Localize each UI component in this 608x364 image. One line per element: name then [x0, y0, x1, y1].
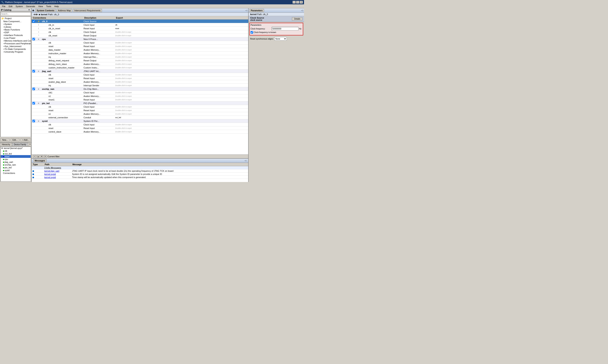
clock-freq-input[interactable] — [272, 27, 298, 30]
row-cpu-irq[interactable]: irq Interrupt Rec... Double-click to exp… — [32, 55, 248, 59]
h-item-reset[interactable]: reset — [0, 155, 31, 158]
tree-item-library[interactable]: +Library — [1, 26, 30, 28]
edit-component-btn[interactable]: Edit... — [11, 138, 19, 142]
row-onchip-reset1[interactable]: reset1 Reset Input Double-click to expor — [32, 98, 248, 102]
clock-freq-fixed-checkbox[interactable] — [251, 31, 253, 34]
up-filter-btn[interactable]: ▲ — [37, 155, 40, 158]
row-pio-clk[interactable]: clk Clock Input Double-click to expor — [32, 105, 248, 109]
clk0-checkbox[interactable] — [32, 20, 35, 23]
row-cpu-reset[interactable]: reset Reset Input Double-click to expor — [32, 44, 248, 48]
menu-system[interactable]: System — [14, 5, 25, 8]
jtag-checkbox[interactable] — [32, 70, 35, 72]
tab-address-map[interactable]: Address Map — [57, 9, 72, 12]
details-btn[interactable]: Details — [292, 17, 303, 21]
menu-tools[interactable]: Tools — [44, 5, 53, 8]
ip-search-input[interactable] — [0, 12, 31, 16]
tree-item-sys-interconnect[interactable]: +Sys_Interconnect — [1, 45, 30, 48]
tree-item-basic[interactable]: +Basic Functions — [1, 28, 30, 31]
msg-row-3[interactable]: kernel.sysid Time stamp will be automati… — [32, 176, 248, 179]
ip-catalog-close[interactable]: ✕ — [28, 9, 30, 11]
menu-help[interactable]: Help — [53, 5, 61, 8]
minimize-btn[interactable]: ─ — [292, 1, 296, 4]
pio-checkbox[interactable] — [32, 102, 35, 104]
msg-path-2[interactable]: kernel.sysid — [43, 173, 71, 175]
sysid-checkbox[interactable] — [32, 120, 35, 122]
row-cpu-custom-instr[interactable]: custom_instruction_master Custom Instru.… — [32, 66, 248, 69]
row-pio-s1[interactable]: s1 Avalon Memory... Double-click to expo… — [32, 112, 248, 116]
device-family-tab[interactable]: Device Family — [12, 143, 28, 146]
h-item-kernel[interactable]: ▼ kernel [kernel.qsys* — [0, 147, 31, 150]
row-clk-in[interactable]: ┤ clk_in Clock Input clk — [32, 23, 248, 27]
clk-reset-name: clk_reset — [41, 34, 83, 37]
messages-tab[interactable]: Messages — [33, 159, 47, 162]
remove-filter-btn[interactable]: ✕ — [44, 155, 47, 158]
tree-item-project[interactable]: 📁 Project — [1, 17, 30, 20]
menu-edit[interactable]: Edit — [7, 5, 14, 8]
new-component-btn[interactable]: New... — [0, 138, 10, 142]
msg-path-3[interactable]: kernel.sysid — [43, 176, 71, 178]
parameters-tab[interactable]: Parameters — [249, 9, 264, 12]
hierarchy-close[interactable]: ✕ — [29, 143, 31, 146]
menu-file[interactable]: File — [0, 5, 7, 8]
h-item-out-led[interactable]: out_led — [0, 152, 31, 155]
tree-item-interface[interactable]: +Interface Protocols — [1, 34, 30, 37]
row-cpu-instruction-master[interactable]: instruction_master Avalon Memory... Doub… — [32, 52, 248, 55]
msg-path-1[interactable]: kernel.jtag_uart — [43, 170, 71, 172]
row-onchip-clk1[interactable]: clk1 Clock Input Double-click to expor — [32, 91, 248, 94]
h-item-jtag-uart[interactable]: jtag_uart — [0, 161, 31, 163]
msg-row-1[interactable]: kernel.jtag_uart JTAG UART IP input cloc… — [32, 169, 248, 172]
row-jtag-avalon-slave[interactable]: avalon_jtag_slave Avalon Memory... Doubl… — [32, 80, 248, 84]
row-pio-ext-conn[interactable]: external_connection Conduit out_led — [32, 116, 248, 119]
row-jtag-irq[interactable]: irq Interrupt Sender Double-click to exp… — [32, 84, 248, 87]
add-filter-btn[interactable]: + — [33, 155, 36, 158]
tree-item-memory[interactable]: +Memory Interfaces and Controllers — [1, 39, 30, 42]
add-component-btn[interactable]: + Add... — [21, 138, 31, 142]
h-item-sysid[interactable]: sysid — [0, 169, 31, 172]
row-cpu[interactable]: ⊕ cpu Nios II Proce... — [32, 37, 248, 41]
h-item-connections[interactable]: Connections — [0, 172, 31, 174]
tree-item-low-power[interactable]: +Low Power — [1, 37, 30, 39]
cpu-checkbox[interactable] — [32, 38, 35, 40]
row-jtag-uart[interactable]: ⊕ jtag_uart JTAG UART Int... — [32, 69, 248, 73]
h-item-onchip-ram[interactable]: onchip_ram — [0, 163, 31, 166]
row-sysid-clk[interactable]: clk Clock Input Double-click to expor — [32, 123, 248, 126]
row-cpu-data-master[interactable]: data_master Avalon Memory... Double-clic… — [32, 48, 248, 52]
row-sysid-control-slave[interactable]: control_slave Avalon Memory... Double-cl… — [32, 130, 248, 133]
tree-item-tri-state[interactable]: +Tri-State Components — [1, 48, 30, 51]
h-item-pio-led[interactable]: pio_led — [0, 166, 31, 169]
row-cpu-debug-reset[interactable]: debug_reset_request Reset Output Double-… — [32, 59, 248, 62]
row-clk-in-reset[interactable]: ┤ clk_in_reset Reset Input reset — [32, 27, 248, 30]
row-jtag-reset[interactable]: reset Reset Input Double-click to expor — [32, 77, 248, 80]
tab-system-contents[interactable]: System Contents — [35, 9, 56, 12]
menu-generate[interactable]: Generate — [24, 5, 37, 8]
row-cpu-clk[interactable]: clk Clock Input Double-click to expor — [32, 41, 248, 44]
row-onchip-s1[interactable]: s1 Avalon Memory... Double-click to expo… — [32, 94, 248, 98]
row-cpu-debug-mem[interactable]: debug_mem_slave Avalon Memory... Double-… — [32, 62, 248, 66]
menu-view[interactable]: View — [37, 5, 44, 8]
reset-sync-select[interactable]: None Deassert Both — [274, 37, 287, 40]
row-onchip-ram[interactable]: ⊕ onchip_ram On-Chip Mem... — [32, 87, 248, 91]
row-clk-out[interactable]: ├ clk Clock Output Double-click to expo — [32, 30, 248, 34]
row-sysid-reset[interactable]: reset Reset Input Double-click to expor — [32, 126, 248, 130]
tree-item-system[interactable]: +System — [1, 23, 30, 26]
row-pio-reset[interactable]: reset Reset Input Double-click to expor — [32, 109, 248, 112]
row-jtag-clk[interactable]: clk Clock Input Double-click to expor — [32, 73, 248, 77]
row-clk0[interactable]: ⚡ clk_0 Clock Source — [32, 20, 248, 23]
tree-item-university[interactable]: +University Program — [1, 51, 30, 53]
navigate-back[interactable] — [32, 10, 34, 11]
row-pio-led[interactable]: ⊕ pio_led PIO (Parallel... — [32, 102, 248, 105]
close-btn[interactable]: ✕ — [300, 1, 303, 4]
tab-interconnect[interactable]: Interconnect Requirements — [73, 9, 102, 12]
h-item-cpu[interactable]: cpu — [0, 158, 31, 161]
h-item-clk[interactable]: clk — [0, 150, 31, 152]
row-clk-reset-out[interactable]: └ clk_reset Reset Output Double-click to… — [32, 34, 248, 37]
hierarchy-tab[interactable]: Hierarchy — [0, 143, 12, 146]
down-filter-btn[interactable]: ▼ — [40, 155, 43, 158]
tree-item-new-component[interactable]: New Component... — [1, 20, 30, 23]
msg-row-2[interactable]: kernel.sysid System ID is not assigned a… — [32, 172, 248, 176]
row-sysid[interactable]: ⊕ sysid System ID Per... — [32, 119, 248, 123]
tree-item-processors[interactable]: +Processors and Peripherals — [1, 42, 30, 45]
maximize-btn[interactable]: □ — [296, 1, 299, 4]
onchip-checkbox[interactable] — [32, 88, 35, 90]
tree-item-dsp[interactable]: +DSP — [1, 31, 30, 34]
